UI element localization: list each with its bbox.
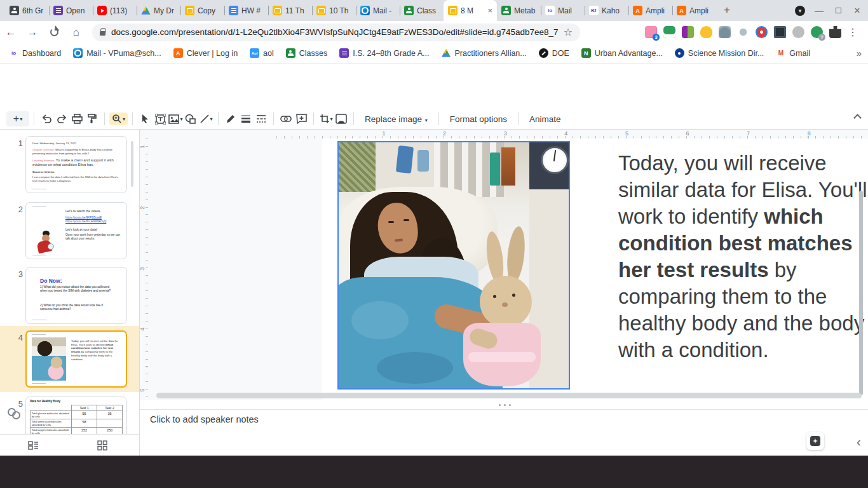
slide-thumbnail-5[interactable]: Data for Healthy Body Test 1Test 2 Total… bbox=[25, 396, 127, 434]
bookmark-item[interactable]: Mail - VPuma@sch... bbox=[73, 48, 161, 58]
browser-tab[interactable]: 11 Th bbox=[268, 0, 312, 21]
browser-tab[interactable]: Class bbox=[400, 0, 444, 21]
forward-button[interactable]: → bbox=[22, 26, 43, 39]
classroom-icon bbox=[286, 48, 295, 58]
browser-tab[interactable]: Mail - bbox=[356, 0, 400, 21]
tab-label: 6th Gr bbox=[22, 6, 44, 15]
bookmark-item[interactable]: Clever | Log in bbox=[173, 48, 238, 58]
slide-text-block[interactable]: Today, you will receivesimilar data for … bbox=[618, 150, 868, 363]
paint-format-button[interactable] bbox=[85, 111, 100, 126]
slide-photo[interactable] bbox=[337, 141, 570, 390]
thumb-extension-icon[interactable] bbox=[700, 26, 712, 38]
text-box-button[interactable] bbox=[153, 111, 168, 126]
animate-button[interactable]: Animate bbox=[523, 114, 567, 124]
border-color-button[interactable] bbox=[223, 111, 238, 126]
tab-close-icon[interactable]: × bbox=[487, 6, 492, 15]
home-button[interactable]: ⌂ bbox=[65, 26, 87, 39]
bars-extension-icon[interactable] bbox=[682, 26, 694, 38]
target-extension-icon[interactable] bbox=[756, 26, 768, 38]
slides-icon bbox=[316, 6, 326, 15]
back-button[interactable]: ← bbox=[0, 26, 22, 39]
browser-tab[interactable]: Ampli bbox=[628, 0, 672, 21]
border-dash-button[interactable] bbox=[254, 111, 269, 126]
phone-extension-icon[interactable]: ? bbox=[811, 26, 823, 38]
bookmark-item[interactable]: Science Mission Dir... bbox=[675, 48, 764, 58]
grid-view-icon[interactable] bbox=[97, 440, 107, 451]
filmstrip-view-icon[interactable] bbox=[28, 440, 39, 451]
address-bar[interactable]: docs.google.com/presentation/d/1-L2eQu2t… bbox=[92, 24, 580, 41]
browser-tab[interactable]: Mail bbox=[541, 0, 585, 21]
redo-button[interactable] bbox=[54, 111, 69, 126]
browser-tab[interactable]: Metab bbox=[497, 0, 541, 21]
border-weight-button[interactable] bbox=[238, 111, 254, 126]
grid-extension-icon[interactable] bbox=[774, 26, 786, 38]
insert-link-button[interactable] bbox=[278, 111, 294, 126]
browser-tab[interactable]: 6th Gr bbox=[5, 0, 49, 21]
tab-search-button[interactable]: ▾ bbox=[790, 0, 810, 21]
browser-tab-active[interactable]: 8 M× bbox=[444, 0, 497, 21]
reload-button[interactable] bbox=[50, 28, 58, 36]
new-slide-button[interactable]: +▾ bbox=[6, 111, 29, 126]
slide-thumbnail-3[interactable]: Do Now: 1) What did you notice about the… bbox=[25, 267, 127, 324]
dino-extension-icon[interactable]: 3 bbox=[645, 26, 657, 38]
browser-tab[interactable]: Kaho bbox=[585, 0, 628, 21]
bookmark-item[interactable]: Dashboard bbox=[9, 48, 61, 58]
crop-image-button[interactable]: ▾ bbox=[318, 111, 334, 126]
filmstrip-scrollbar[interactable] bbox=[131, 141, 133, 187]
horizontal-scrollbar[interactable] bbox=[156, 393, 862, 398]
browser-tab[interactable]: (113) bbox=[93, 0, 137, 21]
collapse-panel-chevron[interactable]: ‹ bbox=[857, 435, 861, 449]
paw-extension-icon[interactable] bbox=[719, 26, 731, 38]
url-text[interactable]: docs.google.com/presentation/d/1-L2eQu2t… bbox=[111, 27, 558, 37]
bookmarks-overflow-chevron[interactable]: » bbox=[857, 48, 862, 58]
vertical-scrollbar[interactable] bbox=[859, 191, 863, 395]
window-minimize-button[interactable]: — bbox=[810, 0, 829, 21]
select-tool-button[interactable] bbox=[137, 111, 153, 126]
browser-menu-button[interactable]: ⋮ bbox=[848, 26, 858, 38]
slide-thumbnail-4-selected[interactable]: Today, you will receive similar data for… bbox=[25, 330, 127, 388]
format-options-button[interactable]: Format options bbox=[444, 114, 513, 124]
slides-icon bbox=[273, 6, 282, 15]
undo-button[interactable] bbox=[39, 111, 54, 126]
music-extension-icon[interactable] bbox=[792, 26, 804, 38]
puzzle-icon[interactable] bbox=[829, 26, 841, 38]
ruler-corner bbox=[140, 130, 148, 139]
browser-tab[interactable]: 10 Th bbox=[312, 0, 356, 21]
mask-image-button[interactable] bbox=[334, 111, 349, 126]
browser-tab[interactable]: Ampli bbox=[672, 0, 716, 21]
browser-tab[interactable]: My Dr bbox=[137, 0, 180, 21]
tab-label: (113) bbox=[110, 6, 132, 15]
insert-line-button[interactable]: ▾ bbox=[198, 111, 214, 126]
insert-comment-button[interactable] bbox=[294, 111, 309, 126]
notes-resize-handle[interactable] bbox=[140, 400, 868, 410]
new-tab-button[interactable]: + bbox=[719, 2, 735, 18]
slide-thumbnail-2[interactable]: Let's re watch the videos https://youtu.… bbox=[25, 202, 127, 259]
toolbar-collapse-chevron[interactable] bbox=[853, 114, 862, 122]
bookmark-item[interactable]: Gmail bbox=[776, 48, 810, 58]
bookmark-star-icon[interactable]: ☆ bbox=[564, 26, 573, 38]
browser-tab[interactable]: Copy bbox=[180, 0, 224, 21]
slide-thumbnail-1[interactable]: Date: Wednesday, January 13, 2021 Chapte… bbox=[25, 136, 127, 193]
speaker-notes-placeholder[interactable]: Click to add speaker notes bbox=[150, 414, 259, 424]
window-close-button[interactable]: × bbox=[848, 0, 867, 21]
explore-button[interactable] bbox=[806, 432, 824, 450]
bookmark-item[interactable]: I.S. 24–8th Grade A... bbox=[339, 48, 429, 58]
robot-extension-icon[interactable] bbox=[663, 26, 675, 38]
bookmark-item[interactable]: aol bbox=[250, 48, 274, 58]
bookmark-item[interactable]: Practitioners Allian... bbox=[441, 48, 526, 58]
window-restore-button[interactable] bbox=[829, 0, 848, 21]
zoom-tool-button[interactable]: ▾ bbox=[109, 112, 128, 125]
insert-shape-button[interactable] bbox=[183, 111, 198, 126]
bookmark-item[interactable]: DOE bbox=[539, 48, 569, 58]
bookmark-item[interactable]: Urban Advantage... bbox=[581, 48, 663, 58]
browser-tab[interactable]: Open bbox=[49, 0, 93, 21]
zoom-caret[interactable]: ▾ bbox=[123, 116, 125, 122]
gray-extension-icon[interactable] bbox=[740, 29, 747, 36]
print-button[interactable] bbox=[69, 111, 85, 126]
insert-image-button[interactable]: ▾ bbox=[168, 111, 183, 126]
photo-detail bbox=[417, 150, 429, 172]
replace-image-button[interactable]: Replace image ▾ bbox=[358, 114, 434, 124]
browser-tab[interactable]: HW # bbox=[224, 0, 268, 21]
bookmark-item[interactable]: Classes bbox=[286, 48, 327, 58]
speaker-notes-area[interactable]: Click to add speaker notes ‹ bbox=[140, 410, 868, 456]
